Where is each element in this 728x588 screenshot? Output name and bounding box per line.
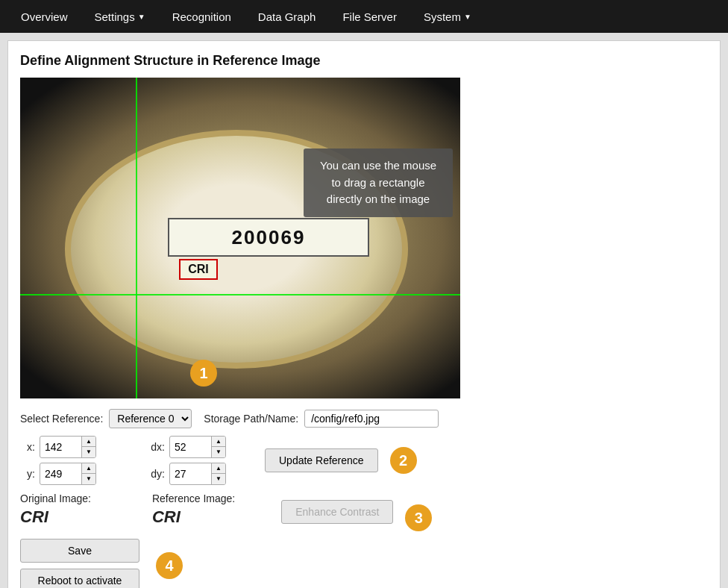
dx-label: dx:	[150, 441, 165, 453]
dx-row: dx: ▲ ▼	[150, 436, 226, 458]
nav-recognition[interactable]: Recognition	[159, 0, 245, 33]
nav-overview[interactable]: Overview	[7, 0, 81, 33]
form-top-row: Select Reference: Reference 0 Storage Pa…	[20, 409, 708, 428]
storage-path-row: Storage Path/Name:	[204, 410, 439, 428]
coordinates-row: x: ▲ ▼ y: ▲ ▼	[20, 436, 708, 485]
page-title: Define Alignment Structure in Reference …	[20, 53, 708, 69]
callout-3: 3	[405, 504, 432, 531]
cri-box: CRI	[179, 259, 218, 280]
y-label: y:	[20, 468, 35, 480]
original-image-preview: CRI	[20, 507, 91, 527]
enhance-contrast-button[interactable]: Enhance Contrast	[281, 500, 393, 524]
y-input[interactable]	[40, 466, 81, 482]
select-reference-label: Select Reference:	[20, 413, 103, 425]
callout-2: 2	[390, 447, 417, 474]
crosshair-horizontal	[20, 294, 460, 295]
y-spinbox: ▲ ▼	[40, 463, 96, 485]
storage-path-input[interactable]	[304, 410, 439, 428]
y-row: y: ▲ ▼	[20, 463, 96, 485]
storage-path-label: Storage Path/Name:	[204, 413, 298, 425]
select-reference-dropdown[interactable]: Reference 0	[109, 409, 192, 428]
save-reboot-group: Save Reboot to activate	[20, 539, 139, 588]
dy-up-button[interactable]: ▲	[212, 463, 225, 474]
select-reference-row: Select Reference: Reference 0	[20, 409, 192, 428]
update-reference-button[interactable]: Update Reference	[265, 448, 378, 472]
dx-spinbox: ▲ ▼	[169, 436, 226, 458]
reference-image-label: Reference Image:	[152, 492, 235, 504]
x-arrows: ▲ ▼	[81, 437, 95, 457]
settings-dropdown-icon: ▼	[138, 13, 145, 21]
register-display: 200069	[168, 218, 369, 257]
x-down-button[interactable]: ▼	[82, 447, 95, 457]
x-input[interactable]	[40, 439, 81, 455]
nav-system[interactable]: System ▼	[410, 0, 485, 33]
nav-settings[interactable]: Settings ▼	[81, 0, 159, 33]
drag-tooltip: You can use the mouse to drag a rectangl…	[304, 148, 453, 217]
x-label: x:	[20, 441, 35, 453]
reference-image-section: Reference Image: CRI	[152, 492, 235, 531]
system-dropdown-icon: ▼	[464, 13, 471, 21]
xy-group: x: ▲ ▼ y: ▲ ▼	[20, 436, 96, 485]
nav-data-graph[interactable]: Data Graph	[245, 0, 330, 33]
dy-down-button[interactable]: ▼	[212, 474, 225, 484]
dx-input[interactable]	[170, 439, 211, 455]
dy-arrows: ▲ ▼	[211, 463, 225, 484]
callout-4: 4	[156, 552, 183, 579]
original-image-section: Original Image: CRI	[20, 492, 91, 531]
reference-image-area[interactable]: 200069 CRI You can use the mouse to drag…	[20, 78, 460, 398]
main-content: Define Alignment Structure in Reference …	[7, 40, 721, 588]
dx-down-button[interactable]: ▼	[212, 447, 225, 457]
x-spinbox: ▲ ▼	[40, 436, 96, 458]
y-arrows: ▲ ▼	[81, 463, 95, 484]
action-row: Save Reboot to activate 4	[20, 539, 708, 588]
reboot-button[interactable]: Reboot to activate	[20, 569, 139, 588]
dy-row: dy: ▲ ▼	[150, 463, 226, 485]
dx-arrows: ▲ ▼	[211, 437, 225, 457]
x-up-button[interactable]: ▲	[82, 437, 95, 447]
dy-label: dy:	[150, 468, 165, 480]
reference-image-preview: CRI	[152, 507, 235, 527]
images-row: Original Image: CRI Reference Image: CRI…	[20, 492, 708, 531]
dxdy-group: dx: ▲ ▼ dy: ▲ ▼	[150, 436, 226, 485]
dy-spinbox: ▲ ▼	[169, 463, 226, 485]
callout-1: 1	[190, 360, 217, 387]
save-button[interactable]: Save	[20, 539, 139, 563]
x-row: x: ▲ ▼	[20, 436, 96, 458]
crosshair-vertical	[136, 78, 137, 398]
original-image-label: Original Image:	[20, 492, 91, 504]
dx-up-button[interactable]: ▲	[212, 437, 225, 447]
nav-file-server[interactable]: File Server	[329, 0, 410, 33]
navigation: Overview Settings ▼ Recognition Data Gra…	[0, 0, 728, 33]
y-up-button[interactable]: ▲	[82, 463, 95, 474]
y-down-button[interactable]: ▼	[82, 474, 95, 484]
dy-input[interactable]	[170, 466, 211, 482]
